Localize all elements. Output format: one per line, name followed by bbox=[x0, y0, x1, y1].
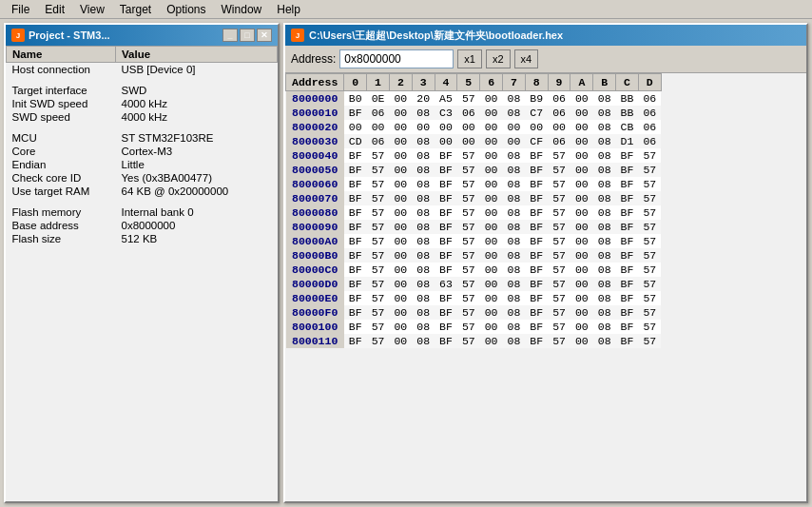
prop-value: 4000 kHz bbox=[116, 97, 278, 110]
menu-bar: File Edit View Target Options Window Hel… bbox=[0, 0, 812, 19]
hex-cell: 57 bbox=[367, 334, 390, 348]
hex-cell: 57 bbox=[457, 334, 480, 348]
hex-cell: 08 bbox=[593, 120, 616, 134]
hex-cell: 00 bbox=[480, 106, 503, 120]
left-panel-title: Project - STM3... bbox=[29, 29, 110, 41]
hex-cell: 08 bbox=[593, 191, 616, 205]
prop-name: Core bbox=[7, 145, 116, 158]
table-row: 80000C0BF570008BF570008BF570008BF57 bbox=[286, 263, 662, 277]
hex-cell: 08 bbox=[503, 305, 526, 320]
hex-cell: BF bbox=[616, 320, 639, 334]
hex-cell: 57 bbox=[638, 220, 661, 234]
hex-cell: 00 bbox=[570, 277, 593, 291]
hex-cell: 00 bbox=[570, 91, 593, 107]
hex-cell: 57 bbox=[638, 263, 661, 277]
hex-cell: BF bbox=[435, 263, 457, 277]
table-row: 8000000B00E0020A5570008B9060008BB06 bbox=[286, 91, 662, 107]
hex-cell: BF bbox=[525, 263, 548, 277]
hex-address-cell: 8000070 bbox=[286, 191, 344, 205]
hex-cell: 57 bbox=[638, 305, 661, 320]
prop-value: ST STM32F103RE bbox=[116, 131, 278, 145]
zoom-x1-button[interactable]: x1 bbox=[457, 49, 482, 68]
hex-cell: BF bbox=[435, 291, 457, 305]
zoom-x2-button[interactable]: x2 bbox=[486, 49, 511, 68]
hex-cell: CF bbox=[525, 134, 548, 148]
prop-name: SWD speed bbox=[7, 110, 116, 124]
hex-col-header-A: A bbox=[570, 74, 593, 91]
hex-cell: BF bbox=[616, 220, 639, 234]
address-input[interactable] bbox=[339, 49, 454, 68]
hex-address-cell: 80000C0 bbox=[286, 263, 344, 277]
hex-cell: 57 bbox=[367, 163, 390, 177]
hex-cell: 08 bbox=[593, 148, 616, 163]
hex-cell: 06 bbox=[638, 120, 661, 134]
table-row: Host connectionUSB [Device 0] bbox=[7, 63, 278, 77]
menu-options[interactable]: Options bbox=[159, 1, 213, 18]
hex-cell: CB bbox=[616, 120, 639, 134]
hex-cell: 08 bbox=[503, 334, 526, 348]
hex-cell: 06 bbox=[367, 134, 390, 148]
hex-cell: 08 bbox=[412, 205, 435, 220]
hex-cell: 00 bbox=[525, 120, 548, 134]
hex-cell: 00 bbox=[389, 305, 412, 320]
maximize-button[interactable]: □ bbox=[240, 29, 255, 42]
menu-window[interactable]: Window bbox=[214, 1, 270, 18]
hex-cell: BF bbox=[435, 205, 457, 220]
col-value-header: Value bbox=[116, 47, 278, 63]
hex-cell: BF bbox=[344, 291, 367, 305]
hex-cell: 08 bbox=[593, 334, 616, 348]
hex-cell: 57 bbox=[367, 305, 390, 320]
hex-cell: 57 bbox=[367, 191, 390, 205]
hex-cell: BF bbox=[616, 305, 639, 320]
hex-cell: 08 bbox=[412, 305, 435, 320]
hex-cell: 06 bbox=[548, 91, 570, 107]
j-icon: J bbox=[11, 29, 25, 42]
right-panel-title: C:\Users\王超超\Desktop\新建文件夹\bootloader.he… bbox=[309, 29, 563, 43]
hex-cell: 00 bbox=[570, 191, 593, 205]
hex-cell: 08 bbox=[503, 205, 526, 220]
hex-cell: 57 bbox=[457, 320, 480, 334]
hex-cell: 57 bbox=[638, 205, 661, 220]
zoom-x4-button[interactable]: x4 bbox=[514, 49, 539, 68]
hex-cell: BF bbox=[616, 148, 639, 163]
hex-cell: 00 bbox=[480, 320, 503, 334]
hex-cell: BF bbox=[525, 248, 548, 263]
prop-name: MCU bbox=[7, 131, 116, 145]
hex-cell: 00 bbox=[367, 120, 390, 134]
hex-address-cell: 8000020 bbox=[286, 120, 344, 134]
table-row: 8000090BF570008BF570008BF570008BF57 bbox=[286, 220, 662, 234]
prop-name: Use target RAM bbox=[7, 185, 116, 198]
hex-cell: 00 bbox=[480, 191, 503, 205]
hex-cell: 00 bbox=[480, 220, 503, 234]
hex-cell: 00 bbox=[480, 205, 503, 220]
hex-cell: 08 bbox=[412, 248, 435, 263]
table-row: 80000D0BF57000863570008BF570008BF57 bbox=[286, 277, 662, 291]
table-row: 8000100BF570008BF570008BF570008BF57 bbox=[286, 320, 662, 334]
hex-cell: 00 bbox=[570, 177, 593, 191]
menu-target[interactable]: Target bbox=[112, 1, 159, 18]
hex-cell: 57 bbox=[638, 163, 661, 177]
main-container: J Project - STM3... _ □ ✕ Name Value Hos… bbox=[0, 19, 812, 507]
hex-cell: BF bbox=[344, 148, 367, 163]
hex-cell: 57 bbox=[457, 263, 480, 277]
hex-cell: 08 bbox=[593, 177, 616, 191]
menu-file[interactable]: File bbox=[4, 1, 37, 18]
minimize-button[interactable]: _ bbox=[222, 29, 238, 42]
menu-help[interactable]: Help bbox=[269, 1, 308, 18]
hex-cell: BF bbox=[344, 163, 367, 177]
table-row: 8000050BF570008BF570008BF570008BF57 bbox=[286, 163, 662, 177]
hex-cell: BF bbox=[525, 191, 548, 205]
hex-cell: 00 bbox=[435, 120, 457, 134]
hex-container[interactable]: Address0123456789ABCD 8000000B00E0020A55… bbox=[285, 73, 806, 501]
table-row: SWD speed4000 kHz bbox=[7, 110, 278, 124]
close-button[interactable]: ✕ bbox=[257, 29, 272, 42]
hex-col-header-0: 0 bbox=[344, 74, 367, 91]
hex-cell: 08 bbox=[503, 320, 526, 334]
hex-cell: 08 bbox=[412, 334, 435, 348]
menu-edit[interactable]: Edit bbox=[37, 1, 72, 18]
hex-cell: 00 bbox=[412, 120, 435, 134]
hex-cell: 00 bbox=[389, 91, 412, 107]
hex-cell: 00 bbox=[503, 134, 526, 148]
hex-cell: 00 bbox=[389, 220, 412, 234]
menu-view[interactable]: View bbox=[72, 1, 112, 18]
